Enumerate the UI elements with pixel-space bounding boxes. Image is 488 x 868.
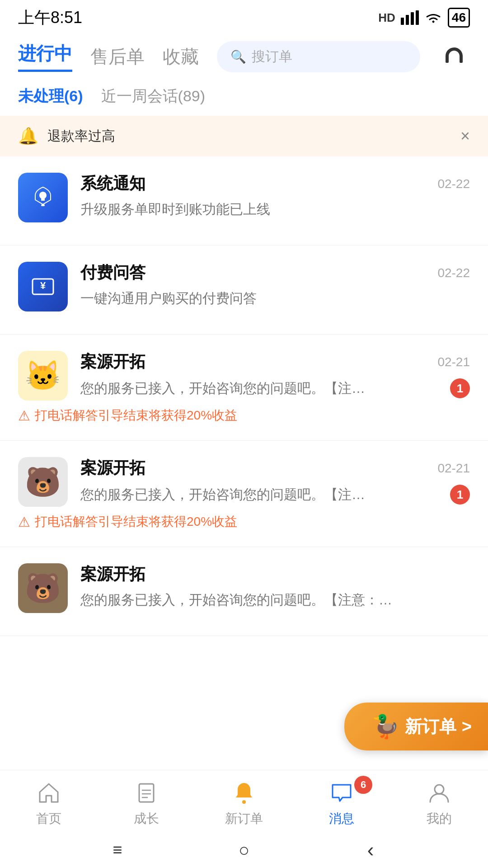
- status-time: 上午8:51: [18, 7, 82, 29]
- conv-preview-case2: 您的服务已接入，开始咨询您的问题吧。【注… 1: [80, 485, 470, 505]
- tab-aftersale[interactable]: 售后单: [90, 44, 145, 69]
- notice-text: 退款率过高: [47, 127, 451, 146]
- warning-icon-case1: ⚠: [18, 408, 30, 424]
- message-nav-icon: [328, 779, 355, 807]
- conv-name-system: 系统通知: [80, 173, 145, 195]
- search-placeholder: 搜订单: [252, 47, 292, 66]
- conv-header-case3: 案源开拓: [80, 563, 470, 585]
- notice-banner: 🔔 退款率过高 ×: [0, 116, 488, 156]
- headset-button[interactable]: [438, 41, 470, 72]
- new-order-label: 新订单: [405, 715, 456, 738]
- conv-text-case2: 您的服务已接入，开始咨询您的问题吧。【注…: [80, 486, 445, 504]
- conv-name-payment: 付费问答: [80, 262, 145, 284]
- nav-label-home: 首页: [36, 810, 61, 827]
- search-box[interactable]: 🔍 搜订单: [217, 41, 420, 72]
- conv-text-case3: 您的服务已接入，开始咨询您的问题吧。【注意：…: [80, 591, 470, 609]
- sub-tabs: 未处理(6) 近一周会话(89): [0, 81, 488, 116]
- conv-body-case1: 案源开拓 02-21 您的服务已接入，开始咨询您的问题吧。【注… 1: [80, 351, 470, 398]
- unread-badge-case2: 1: [450, 485, 470, 505]
- nav-label-neworder: 新订单: [225, 810, 263, 827]
- nav-item-growth[interactable]: 成长: [98, 779, 195, 827]
- system-nav: ≡ ○ ‹: [0, 832, 488, 868]
- subtab-recent[interactable]: 近一周会话(89): [101, 86, 205, 107]
- svg-rect-1: [406, 15, 409, 25]
- new-order-button[interactable]: 🦆 新订单 >: [344, 703, 488, 750]
- subtab-unhandled[interactable]: 未处理(6): [18, 86, 83, 107]
- svg-rect-3: [416, 10, 419, 25]
- conv-warning-case2: ⚠ 打电话解答引导结束将获得20%收益: [18, 513, 470, 530]
- home-nav-icon: [35, 779, 62, 807]
- hd-signal-icon: HD: [378, 11, 395, 25]
- warning-text-case1: 打电话解答引导结束将获得20%收益: [35, 407, 237, 424]
- wifi-icon: [424, 10, 442, 25]
- svg-rect-4: [446, 57, 449, 63]
- list-item[interactable]: ¥ 付费问答 02-22 一键沟通用户购买的付费问答: [0, 245, 488, 335]
- battery-icon: 46: [448, 8, 470, 28]
- status-icons: HD 46: [378, 8, 470, 28]
- conv-body-system: 系统通知 02-22 升级服务单即时到账功能已上线: [80, 173, 470, 219]
- conv-name-case3: 案源开拓: [80, 563, 145, 585]
- nav-label-growth: 成长: [134, 810, 159, 827]
- conv-date-case1: 02-21: [437, 355, 470, 369]
- conv-header-system: 系统通知 02-22: [80, 173, 470, 195]
- neworder-nav-icon: [230, 779, 258, 807]
- new-order-arrow: >: [462, 717, 472, 736]
- conv-preview-payment: 一键沟通用户购买的付费问答: [80, 289, 470, 308]
- conv-body-case2: 案源开拓 02-21 您的服务已接入，开始咨询您的问题吧。【注… 1: [80, 457, 470, 505]
- mine-nav-icon: [426, 779, 453, 807]
- conv-text-case1: 您的服务已接入，开始咨询您的问题吧。【注…: [80, 379, 445, 398]
- conv-header-case2: 案源开拓 02-21: [80, 457, 470, 479]
- avatar-pikachu: 🐱: [18, 351, 68, 401]
- conv-date-system: 02-22: [437, 177, 470, 191]
- nav-label-mine: 我的: [427, 810, 452, 827]
- svg-point-14: [242, 800, 246, 804]
- conv-header-case1: 案源开拓 02-21: [80, 351, 470, 373]
- header: 进行中 售后单 收藏 🔍 搜订单: [0, 32, 488, 81]
- nav-item-home[interactable]: 首页: [0, 779, 98, 827]
- search-icon: 🔍: [230, 49, 246, 64]
- conv-row-case3: 🐻 案源开拓 您的服务已接入，开始咨询您的问题吧。【注意：…: [18, 563, 470, 613]
- conv-text-system: 升级服务单即时到账功能已上线: [80, 200, 470, 219]
- system-nav-menu[interactable]: ≡: [106, 839, 129, 861]
- conv-row-payment: ¥ 付费问答 02-22 一键沟通用户购买的付费问答: [18, 262, 470, 311]
- tab-ongoing[interactable]: 进行中: [18, 41, 72, 72]
- speaker-icon: 🔔: [18, 127, 38, 146]
- nav-label-message: 消息: [329, 810, 354, 827]
- conv-body-case3: 案源开拓 您的服务已接入，开始咨询您的问题吧。【注意：…: [80, 563, 470, 609]
- signal-icon: [401, 10, 419, 25]
- avatar-payment: ¥: [18, 262, 68, 311]
- conv-warning-case1: ⚠ 打电话解答引导结束将获得20%收益: [18, 407, 470, 424]
- avatar-bear-outline: 🐻: [18, 457, 68, 507]
- conv-header-payment: 付费问答 02-22: [80, 262, 470, 284]
- warning-text-case2: 打电话解答引导结束将获得20%收益: [35, 513, 237, 530]
- conv-body-payment: 付费问答 02-22 一键沟通用户购买的付费问答: [80, 262, 470, 308]
- conversation-list: 系统通知 02-22 升级服务单即时到账功能已上线 ¥ 付费问答 02-2: [0, 156, 488, 636]
- avatar-bear-photo: 🐻: [18, 563, 68, 613]
- svg-rect-10: [139, 784, 154, 802]
- list-item[interactable]: 系统通知 02-22 升级服务单即时到账功能已上线: [0, 156, 488, 245]
- svg-rect-0: [401, 18, 404, 25]
- list-item[interactable]: 🐱 案源开拓 02-21 您的服务已接入，开始咨询您的问题吧。【注… 1 ⚠ 打…: [0, 335, 488, 441]
- tab-favorites[interactable]: 收藏: [163, 44, 199, 69]
- system-nav-back[interactable]: ‹: [359, 839, 382, 861]
- svg-rect-5: [460, 57, 463, 63]
- nav-item-mine[interactable]: 我的: [390, 779, 488, 827]
- list-item[interactable]: 🐻 案源开拓 您的服务已接入，开始咨询您的问题吧。【注意：…: [0, 547, 488, 636]
- conv-preview-case1: 您的服务已接入，开始咨询您的问题吧。【注… 1: [80, 378, 470, 398]
- nav-item-neworder[interactable]: 新订单: [195, 779, 293, 827]
- conv-preview-case3: 您的服务已接入，开始咨询您的问题吧。【注意：…: [80, 591, 470, 609]
- nav-item-message[interactable]: 6 消息: [293, 779, 390, 827]
- conv-name-case1: 案源开拓: [80, 351, 145, 373]
- svg-rect-2: [411, 12, 414, 25]
- conv-date-case2: 02-21: [437, 461, 470, 476]
- svg-point-15: [435, 785, 444, 794]
- list-item[interactable]: 🐻 案源开拓 02-21 您的服务已接入，开始咨询您的问题吧。【注… 1 ⚠ 打…: [0, 441, 488, 547]
- bottom-nav: 首页 成长 新订单 6 消息: [0, 770, 488, 832]
- avatar-system: [18, 173, 68, 222]
- notice-close-button[interactable]: ×: [460, 127, 470, 146]
- system-nav-home[interactable]: ○: [233, 839, 255, 861]
- svg-text:¥: ¥: [40, 280, 46, 291]
- svg-rect-6: [41, 204, 45, 206]
- conv-row-case1: 🐱 案源开拓 02-21 您的服务已接入，开始咨询您的问题吧。【注… 1: [18, 351, 470, 401]
- warning-icon-case2: ⚠: [18, 514, 30, 530]
